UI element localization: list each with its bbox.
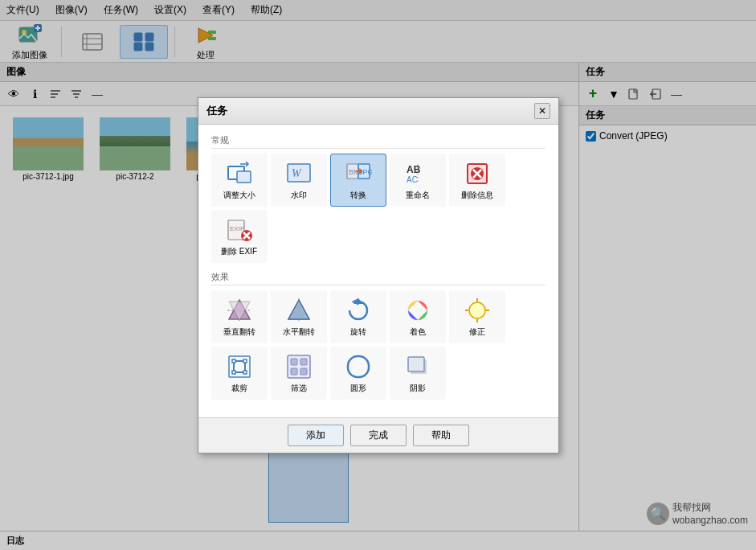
filter-label: 筛选 — [291, 383, 307, 394]
correct-label: 修正 — [469, 326, 485, 338]
svg-text:AB: AB — [407, 164, 421, 175]
hflip-icon — [284, 296, 313, 325]
task-watermark-button[interactable]: W 水印 — [271, 154, 327, 207]
task-filter-button[interactable]: 筛选 — [271, 347, 327, 400]
correct-icon — [463, 296, 492, 325]
watermark-modal-label: 水印 — [291, 190, 307, 201]
modal-titlebar: 任务 ✕ — [198, 98, 558, 125]
normal-icon-grid: 调整大小 W 水印 — [211, 154, 546, 263]
svg-rect-68 — [291, 368, 297, 375]
svg-rect-64 — [243, 371, 247, 374]
task-correct-button[interactable]: 修正 — [449, 290, 505, 343]
svg-rect-72 — [408, 357, 424, 371]
convert-label: 转换 — [350, 190, 366, 201]
shadow-label: 阴影 — [410, 383, 426, 394]
svg-rect-67 — [300, 359, 307, 365]
section-title-effect: 效果 — [211, 271, 546, 285]
task-delinfo-button[interactable]: 删除信息 — [449, 154, 505, 207]
task-resize-button[interactable]: 调整大小 — [211, 154, 268, 207]
task-rename-button[interactable]: AB AC 重命名 — [390, 154, 446, 207]
crop-icon — [225, 352, 254, 381]
delinfo-icon — [463, 159, 492, 188]
resize-icon — [225, 159, 254, 188]
colorize-icon — [403, 296, 432, 325]
vflip-label: 垂直翻转 — [223, 326, 255, 338]
rename-label: 重命名 — [406, 190, 430, 201]
watermark-modal-icon: W — [284, 159, 313, 188]
svg-rect-66 — [291, 359, 297, 365]
task-modal: 任务 ✕ 常规 — [198, 97, 559, 454]
svg-text:EXIF: EXIF — [230, 225, 244, 232]
modal-help-button[interactable]: 帮助 — [413, 425, 469, 446]
filter-modal-icon — [284, 352, 313, 381]
modal-body: 常规 调整大小 — [198, 125, 558, 417]
modal-footer: 添加 完成 帮助 — [198, 417, 558, 453]
svg-marker-51 — [288, 300, 309, 319]
task-hflip-button[interactable]: 水平翻转 — [271, 290, 327, 343]
delexif-label: 删除 EXIF — [221, 246, 257, 257]
modal-close-button[interactable]: ✕ — [534, 103, 550, 119]
svg-text:W: W — [292, 167, 302, 179]
svg-rect-69 — [300, 368, 307, 375]
modal-section-normal: 常规 调整大小 — [211, 134, 546, 263]
modal-overlay: 任务 ✕ 常规 — [0, 0, 756, 550]
round-icon — [344, 352, 373, 381]
svg-point-54 — [469, 302, 485, 318]
task-crop-button[interactable]: 裁剪 — [211, 347, 268, 400]
rename-icon: AB AC — [403, 159, 432, 188]
task-convert-button[interactable]: BMP JPG 转换 — [330, 154, 386, 207]
svg-rect-62 — [243, 359, 247, 363]
shadow-icon — [403, 352, 432, 381]
svg-rect-63 — [232, 371, 235, 374]
hflip-label: 水平翻转 — [283, 326, 315, 338]
svg-rect-26 — [237, 171, 251, 183]
crop-label: 裁剪 — [231, 383, 247, 394]
modal-section-effect: 效果 垂直翻转 — [211, 271, 546, 400]
colorize-label: 着色 — [410, 326, 426, 338]
svg-rect-70 — [348, 356, 369, 377]
resize-label: 调整大小 — [223, 190, 255, 201]
modal-done-button[interactable]: 完成 — [350, 425, 407, 446]
task-shadow-button[interactable]: 阴影 — [390, 347, 446, 400]
task-rotate-button[interactable]: 旋转 — [330, 290, 386, 343]
svg-rect-61 — [232, 359, 235, 363]
section-title-normal: 常规 — [211, 134, 546, 149]
modal-title: 任务 — [206, 104, 227, 118]
task-vflip-button[interactable]: 垂直翻转 — [211, 290, 268, 343]
vflip-icon — [225, 296, 254, 325]
convert-icon: BMP JPG — [344, 159, 373, 188]
task-delexif-button[interactable]: EXIF 删除 EXIF — [211, 210, 268, 263]
svg-text:AC: AC — [407, 175, 418, 184]
modal-add-button[interactable]: 添加 — [288, 425, 344, 446]
round-label: 圆形 — [350, 383, 366, 394]
task-round-button[interactable]: 圆形 — [330, 347, 386, 400]
delexif-icon: EXIF — [225, 215, 254, 244]
rotate-label: 旋转 — [350, 326, 366, 338]
task-colorize-button[interactable]: 着色 — [390, 290, 446, 343]
rotate-icon — [344, 296, 373, 325]
delinfo-label: 删除信息 — [461, 190, 493, 201]
effect-icon-grid: 垂直翻转 水平翻转 — [211, 290, 546, 400]
